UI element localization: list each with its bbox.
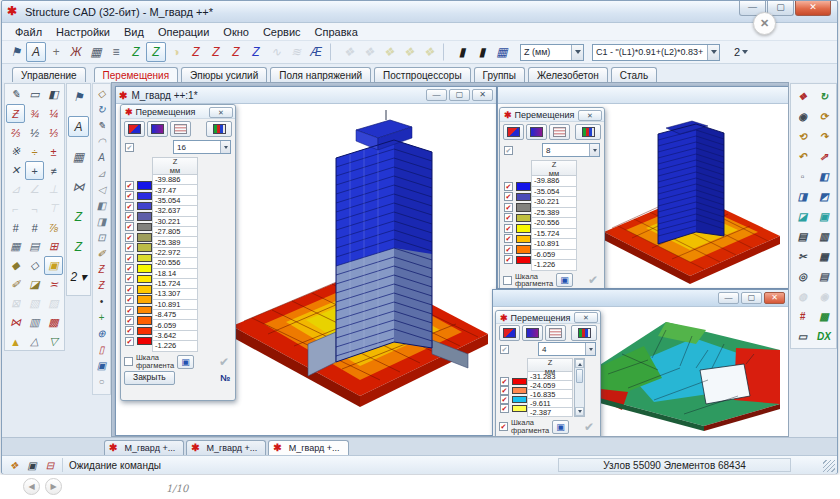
decimal-digits-button[interactable]: 2 [730, 43, 752, 61]
toolbar-icon[interactable]: Z [226, 42, 246, 62]
toolbar-icon[interactable]: ∿ [266, 42, 286, 62]
toolbox-icon[interactable]: ✕ [6, 161, 25, 180]
level-checkbox[interactable]: ✔ [504, 192, 513, 201]
toolbar-icon[interactable]: Æ [306, 42, 326, 62]
view-toolbar-icon[interactable]: ▥ [814, 226, 835, 246]
view-toolbar-icon[interactable]: ◍ [792, 286, 813, 306]
strip-icon[interactable]: ◁ [94, 181, 110, 197]
status-icon[interactable]: ❖ [6, 458, 22, 472]
toolbox-icon[interactable]: ▭ [25, 85, 44, 104]
view-toolbar-icon[interactable]: ▭ [792, 326, 813, 346]
toolbox-icon[interactable]: ◆ [6, 256, 25, 275]
toolbox-icon[interactable]: ▣ [44, 256, 63, 275]
fragment-scale-checkbox[interactable] [124, 357, 133, 366]
close-button[interactable]: ✕ [795, 1, 831, 16]
menu-item[interactable]: Окно [216, 25, 256, 39]
toolbar-icon[interactable] [330, 43, 337, 61]
toolbox-icon[interactable]: ⊠ [6, 294, 25, 313]
deformed-scheme-button[interactable] [170, 121, 191, 137]
close-palette-button[interactable]: Закрыть [124, 371, 175, 385]
view-toolbar-icon[interactable]: ▤ [792, 226, 813, 246]
vbar-icon[interactable]: A [68, 116, 89, 137]
fragment-scale-button[interactable]: ▣ [552, 420, 569, 434]
strip-icon[interactable]: ◠ [94, 133, 110, 149]
vbar-icon[interactable]: 2 ▾ [68, 266, 89, 287]
isofields-button[interactable] [124, 121, 145, 137]
strip-icon[interactable]: ○ [94, 373, 110, 389]
toolbar-icon[interactable]: ≋ [286, 42, 306, 62]
overlay-close-badge[interactable]: ✕ [753, 12, 776, 35]
show-all-checkbox[interactable]: ✔ [125, 143, 134, 152]
toolbar-icon[interactable]: ❖ [399, 42, 419, 62]
isofields-button[interactable] [503, 124, 524, 140]
toolbox-icon[interactable]: ⅓ [44, 123, 63, 142]
close-icon[interactable]: ✕ [574, 312, 598, 323]
mode-tab[interactable]: Постпроцессоры [374, 67, 470, 82]
view-toolbar-icon[interactable]: ◧ [814, 166, 835, 186]
scroll-down-icon[interactable] [575, 407, 584, 416]
toolbox-icon[interactable]: ✎ [6, 85, 25, 104]
digits-icon[interactable]: № [220, 373, 232, 383]
toolbar-icon[interactable]: Z [246, 42, 266, 62]
mode-tab[interactable]: Сталь [611, 67, 657, 82]
strip-icon[interactable]: + [94, 309, 110, 325]
view-toolbar-icon[interactable]: ◨ [792, 186, 813, 206]
strip-icon[interactable]: ⊕ [94, 325, 110, 341]
view-toolbar-icon[interactable]: ↷ [814, 126, 835, 146]
palette-displacements-bottom[interactable]: ✱ Перемещения ✕ ✔ [495, 310, 601, 436]
strip-icon[interactable]: ▣ [94, 357, 110, 373]
view-toolbar-icon[interactable]: ↶ [792, 146, 813, 166]
toolbar-icon[interactable]: ❖ [339, 42, 359, 62]
level-checkbox[interactable]: ✔ [504, 245, 513, 254]
document-tab[interactable]: ✱ М_гвард +... [104, 440, 184, 455]
load-case-combo[interactable]: C1 - "(L1)*0.91+(L2)*0.83+ [592, 44, 720, 61]
next-page-button[interactable]: ▶ [45, 478, 62, 495]
maximize-button[interactable]: ▢ [449, 89, 470, 101]
toolbox-icon[interactable]: ⊥ [44, 180, 63, 199]
strip-icon[interactable]: Ƶ [94, 277, 110, 293]
palette-displacements-top[interactable]: ✱ Перемещения ✕ ✔ [499, 107, 605, 288]
status-icon[interactable]: ▣ [24, 458, 40, 472]
view-toolbar-icon[interactable]: ◎ [792, 266, 813, 286]
view-toolbar-icon[interactable]: ▩ [814, 306, 835, 326]
toolbox-icon[interactable]: Ƶ [6, 104, 25, 123]
palette-title-bar[interactable]: ✱ Перемещения ✕ [496, 311, 600, 324]
toolbox-icon[interactable]: ◧ [44, 85, 63, 104]
mode-tab[interactable]: Перемещения [94, 67, 179, 82]
apply-check-icon[interactable]: ✔ [588, 273, 601, 287]
toolbox-icon[interactable]: ¼ [44, 104, 63, 123]
toolbox-icon[interactable]: # [6, 218, 25, 237]
level-checkbox[interactable]: ✔ [125, 243, 134, 252]
view-toolbar-icon[interactable]: ▫ [792, 166, 813, 186]
toolbar-icon[interactable]: Z [206, 42, 226, 62]
toolbar-icon[interactable]: ⚑ [6, 42, 26, 62]
toolbox-icon[interactable]: ▲ [6, 332, 25, 351]
level-checkbox[interactable]: ✔ [125, 264, 134, 273]
level-checkbox[interactable]: ✔ [125, 295, 134, 304]
strip-icon[interactable]: ◧ [94, 197, 110, 213]
fragment-scale-checkbox[interactable] [503, 276, 512, 285]
strip-icon[interactable]: ✐ [94, 245, 110, 261]
level-checkbox[interactable]: ✔ [125, 222, 134, 231]
isolines-button[interactable] [147, 121, 168, 137]
mode-tab[interactable]: Управление [12, 67, 86, 82]
toolbar-icon[interactable] [443, 43, 450, 61]
view-toolbar-icon[interactable]: ↻ [814, 86, 835, 106]
model-view[interactable]: ✱ Перемещения ✕ ✔ [116, 104, 496, 435]
strip-icon[interactable]: Ƶ [94, 261, 110, 277]
toolbar-icon[interactable]: ▮ [452, 42, 472, 62]
fragment-scale-button[interactable]: ▣ [177, 355, 194, 369]
toolbar-icon[interactable]: + [46, 42, 66, 62]
toolbox-icon[interactable]: ◪ [25, 275, 44, 294]
strip-icon[interactable]: A [94, 149, 110, 165]
menu-item[interactable]: Операции [151, 25, 216, 39]
minimize-button[interactable]: — [718, 292, 739, 304]
level-checkbox[interactable]: ✔ [125, 306, 134, 315]
toolbox-icon[interactable]: ¾ [25, 104, 44, 123]
toolbox-icon[interactable]: ▦ [6, 237, 25, 256]
toolbar-icon[interactable]: ❖ [359, 42, 379, 62]
toolbox-icon[interactable]: ▽ [44, 332, 63, 351]
toolbox-icon[interactable]: ¬ [25, 199, 44, 218]
level-checkbox[interactable]: ✔ [125, 337, 134, 346]
toolbox-icon[interactable]: ⅞ [44, 218, 63, 237]
